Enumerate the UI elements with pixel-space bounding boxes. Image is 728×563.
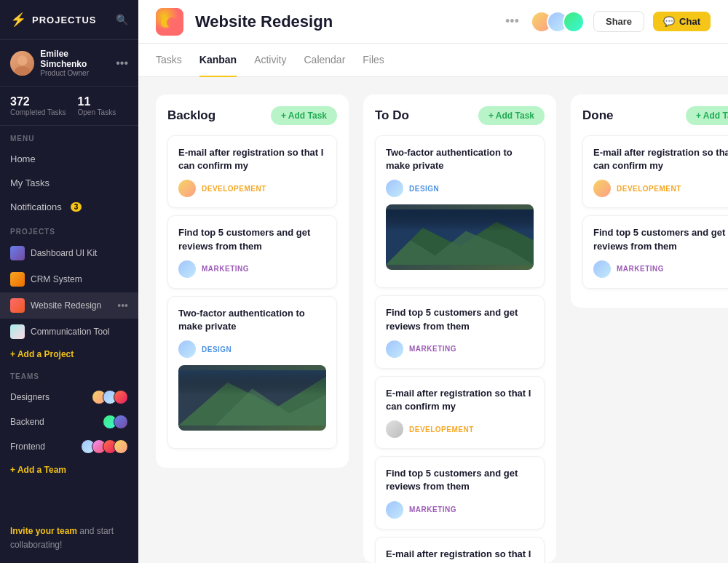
svg-rect-8 (178, 370, 326, 395)
collaborator-avatars (531, 11, 585, 33)
tab-calendar[interactable]: Calendar (304, 44, 345, 77)
task-footer: MARKETING (593, 260, 728, 278)
task-card[interactable]: Two-factor authentication to make privat… (375, 135, 545, 288)
task-card[interactable]: E-mail after registration so that I can … (375, 537, 545, 564)
task-card[interactable]: Two-factor authentication to make privat… (167, 296, 337, 449)
add-task-button[interactable]: + Add Task (271, 106, 337, 125)
task-footer: DEVELOPEMENT (386, 420, 534, 438)
task-card[interactable]: Find top 5 customers and get reviews fro… (167, 215, 337, 288)
task-image (386, 204, 534, 270)
team-item-designers[interactable]: Designers (0, 385, 138, 410)
task-title: E-mail after registration so that I can … (386, 387, 534, 413)
column-title: Backlog (167, 108, 215, 123)
avatar (178, 260, 196, 278)
project-name: Dashboard UI Kit (31, 248, 128, 258)
task-tag: DEVELOPEMENT (617, 185, 681, 193)
task-card[interactable]: E-mail after registration so that I can … (375, 376, 545, 449)
app-logo: ⚡ PROJECTUS (10, 12, 96, 28)
user-name: Emilee Simchenko (40, 49, 116, 69)
avatar (386, 180, 403, 197)
open-label: Open Tasks (78, 108, 116, 116)
add-task-button[interactable]: + Add Task (686, 106, 728, 125)
task-title: Find top 5 customers and get reviews fro… (386, 467, 534, 493)
column-title: To Do (375, 108, 409, 123)
task-footer: DEVELOPEMENT (178, 180, 326, 197)
add-team-button[interactable]: + Add a Team (0, 459, 138, 481)
task-tag: DEVELOPEMENT (409, 426, 474, 434)
tab-activity[interactable]: Activity (254, 44, 286, 77)
project-name: CRM System (31, 274, 128, 284)
task-title: Find top 5 customers and get reviews fro… (178, 226, 326, 252)
sidebar-item-my-tasks[interactable]: My Tasks (0, 171, 138, 195)
project-name: Website Redesign (31, 300, 111, 311)
project-menu-icon[interactable]: ••• (117, 300, 128, 311)
user-info: Emilee Simchenko Product Owner (10, 49, 116, 77)
team-name: Frontend (10, 442, 45, 452)
notification-badge: 3 (71, 202, 82, 212)
share-button[interactable]: Share (593, 11, 644, 32)
sidebar-item-crm[interactable]: CRM System (0, 266, 138, 292)
avatar (10, 51, 34, 76)
app-name: PROJECTUS (32, 15, 96, 25)
tab-tasks[interactable]: Tasks (156, 44, 182, 77)
team-item-frontend[interactable]: Frontend (0, 434, 138, 459)
topbar: Website Redesign ••• Share 💬 Chat (138, 0, 728, 44)
invite-link[interactable]: Invite your team (10, 526, 77, 536)
project-name: Communication Tool (31, 327, 128, 337)
kanban-board: Backlog + Add Task E-mail after registra… (138, 77, 728, 563)
svg-point-4 (167, 17, 177, 28)
stats-section: 372 Completed Tasks 11 Open Tasks (0, 87, 138, 126)
user-role: Product Owner (40, 69, 116, 77)
search-icon[interactable]: 🔍 (116, 14, 128, 25)
task-tag: MARKETING (409, 345, 456, 353)
task-card[interactable]: Find top 5 customers and get reviews fro… (375, 456, 545, 529)
team-avatar (114, 390, 128, 404)
kanban-column-backlog: Backlog + Add Task E-mail after registra… (156, 95, 349, 468)
task-image (178, 365, 326, 431)
tab-bar: Tasks Kanban Activity Calendar Files (138, 44, 728, 77)
svg-rect-12 (386, 209, 534, 231)
add-project-button[interactable]: + Add a Project (0, 345, 138, 364)
task-card[interactable]: E-mail after registration so that I can … (582, 135, 728, 208)
chat-label: Chat (679, 16, 700, 27)
task-card[interactable]: E-mail after registration so that I can … (167, 135, 337, 208)
column-title: Done (582, 108, 614, 123)
project-options-button[interactable]: ••• (505, 14, 519, 29)
chat-icon: 💬 (663, 16, 675, 27)
task-title: Two-factor authentication to make privat… (386, 146, 534, 172)
team-avatars (92, 390, 128, 404)
svg-point-1 (15, 65, 31, 75)
kanban-column-done: Done + Add Task E-mail after registratio… (571, 95, 728, 308)
avatar (593, 180, 611, 197)
add-task-button[interactable]: + Add Task (478, 106, 545, 125)
sidebar-item-dashboard[interactable]: Dashboard UI Kit (0, 240, 138, 266)
task-tag: DESIGN (409, 185, 439, 193)
task-title: Two-factor authentication to make privat… (178, 307, 326, 333)
avatar (386, 420, 403, 438)
avatar (386, 501, 403, 519)
logo-icon: ⚡ (10, 12, 26, 28)
task-card[interactable]: Find top 5 customers and get reviews fro… (582, 215, 728, 288)
tab-kanban[interactable]: Kanban (199, 44, 237, 77)
sidebar-item-website[interactable]: Website Redesign ••• (0, 292, 138, 319)
completed-label: Completed Tasks (10, 108, 66, 116)
user-section: Emilee Simchenko Product Owner ••• (0, 40, 138, 87)
user-menu-button[interactable]: ••• (116, 57, 128, 70)
task-card[interactable]: Find top 5 customers and get reviews fro… (375, 295, 545, 368)
sidebar-item-home[interactable]: Home (0, 147, 138, 171)
projects-section-label: PROJECTS (0, 219, 138, 240)
open-count: 11 (78, 95, 116, 108)
user-details: Emilee Simchenko Product Owner (40, 49, 116, 77)
sidebar-item-notifications[interactable]: Notifications 3 (0, 195, 138, 219)
team-item-backend[interactable]: Backend (0, 410, 138, 434)
task-title: E-mail after registration so that I can … (386, 548, 534, 564)
collaborator-avatar (563, 11, 585, 33)
task-footer: MARKETING (178, 260, 326, 278)
chat-button[interactable]: 💬 Chat (653, 12, 711, 31)
sidebar-item-label: Notifications (10, 201, 62, 212)
tab-files[interactable]: Files (363, 44, 384, 77)
team-name: Backend (10, 417, 44, 427)
sidebar-item-comm[interactable]: Communication Tool (0, 319, 138, 345)
column-header: To Do + Add Task (375, 106, 545, 125)
task-tag: DEVELOPEMENT (202, 185, 266, 193)
